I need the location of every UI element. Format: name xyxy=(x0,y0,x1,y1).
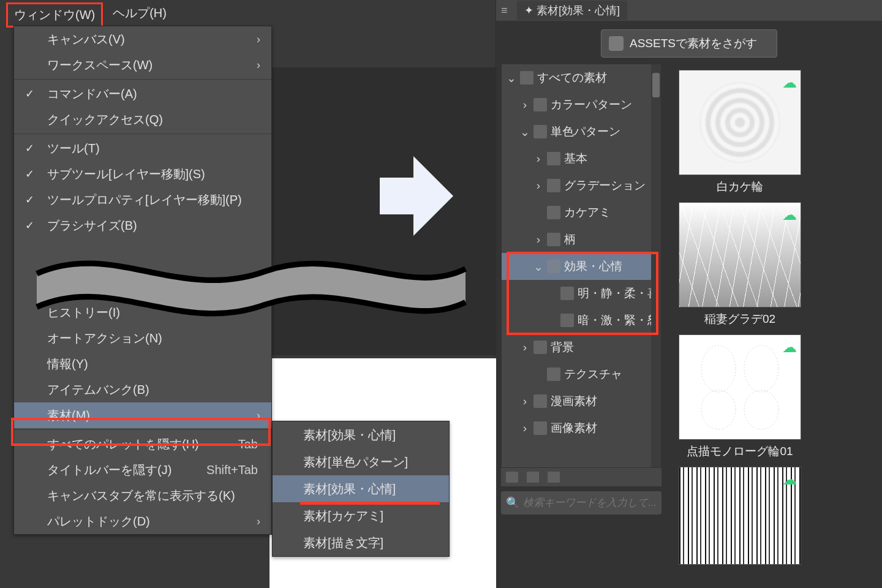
duplicate-folder-icon[interactable] xyxy=(527,472,539,483)
page-icon xyxy=(533,394,547,408)
cloud-download-icon[interactable]: ☁ xyxy=(782,206,797,224)
image-icon xyxy=(533,421,547,435)
tree-manga[interactable]: ›漫画素材 xyxy=(502,388,661,415)
sparkle-icon xyxy=(547,260,560,273)
material-tree: ⌄すべての素材 ›カラーパターン ⌄単色パターン ›基本 ›グラデーション カケ… xyxy=(501,64,662,468)
chevron-right-icon: › xyxy=(520,394,530,408)
assets-search-button[interactable]: ASSETSで素材をさがす xyxy=(601,29,777,58)
menu-item-autoaction[interactable]: オートアクション(N) xyxy=(14,325,271,351)
menu-item-info[interactable]: 情報(Y) xyxy=(14,351,271,377)
diamond-icon xyxy=(547,152,560,165)
menu-item-brushsize[interactable]: ✓ブラシサイズ(B) xyxy=(14,213,271,238)
menu-item-hidetitle[interactable]: タイトルバーを隠す(J)Shift+Tab xyxy=(14,457,271,483)
cloud-download-icon[interactable]: ☁ xyxy=(782,339,797,356)
chevron-right-icon: › xyxy=(533,179,543,192)
svg-point-1 xyxy=(744,345,778,392)
tree-all-materials[interactable]: ⌄すべての素材 xyxy=(502,64,661,91)
material-thumbnails: ☁ 白カケ輪 ☁ 稲妻グラデ02 ☁ 点描モノローグ輪01 xyxy=(674,64,882,565)
thumb-preview: ☁ xyxy=(679,70,801,175)
tree-haikei[interactable]: ›背景 xyxy=(502,334,661,361)
thumb-label: 点描モノローグ輪01 xyxy=(679,440,801,462)
submenu-item-c[interactable]: 素材[効果・心情] xyxy=(273,475,449,502)
tree-gradation[interactable]: ›グラデーション xyxy=(502,172,661,199)
material-palette: ≡ ✦ 素材[効果・心情] ASSETSで素材をさがす ⌄すべての素材 ›カラー… xyxy=(496,0,882,588)
svg-point-0 xyxy=(701,345,736,392)
cloud-download-icon[interactable]: ☁ xyxy=(782,74,797,91)
window-menu-dropdown: キャンバス(V)› ワークスペース(W)› ✓コマンドバー(A) クイックアクセ… xyxy=(13,26,272,535)
assets-icon xyxy=(609,36,624,51)
menu-window[interactable]: ウィンドウ(W) xyxy=(6,2,103,28)
thumb-item[interactable]: ☁ 稲妻グラデ02 xyxy=(679,202,801,330)
chevron-right-icon: › xyxy=(257,515,260,528)
menu-item-tool[interactable]: ✓ツール(T) xyxy=(14,135,271,161)
tree-mei-sei[interactable]: 明・静・柔・喜 xyxy=(502,280,661,307)
menu-item-quickaccess[interactable]: クイックアクセス(Q) xyxy=(14,107,271,132)
gradient-icon xyxy=(547,179,560,192)
thumb-item[interactable]: ☁ 点描モノローグ輪01 xyxy=(679,334,801,462)
check-icon: ✓ xyxy=(25,219,34,232)
tree-kouka-shinjou[interactable]: ⌄効果・心情 xyxy=(502,253,661,280)
svg-point-3 xyxy=(744,390,778,429)
scissors-icon xyxy=(533,125,547,138)
cloud-download-icon[interactable]: ☁ xyxy=(782,471,797,488)
tree-an-geki[interactable]: 暗・激・緊・怒 xyxy=(502,307,661,334)
menu-help[interactable]: ヘルプ(H) xyxy=(107,2,173,28)
tree-color-pattern[interactable]: ›カラーパターン xyxy=(502,91,661,118)
check-icon: ✓ xyxy=(25,193,34,206)
menu-item-material[interactable]: 素材(M)› xyxy=(14,402,271,428)
tree-gara[interactable]: ›柄 xyxy=(502,226,661,253)
check-icon: ✓ xyxy=(25,141,34,155)
menu-item-commandbar[interactable]: ✓コマンドバー(A) xyxy=(14,81,271,107)
palette-tab[interactable]: ✦ 素材[効果・心情] xyxy=(517,1,627,20)
tree-kakeami[interactable]: カケアミ xyxy=(502,199,661,226)
chevron-right-icon: › xyxy=(520,98,530,111)
thumb-item[interactable]: ☁ 白カケ輪 xyxy=(679,70,801,197)
submenu-item-b[interactable]: 素材[単色パターン] xyxy=(273,448,449,475)
material-submenu: 素材[効果・心情] 素材[単色パターン] 素材[効果・心情] 素材[カケアミ] … xyxy=(272,421,450,557)
menu-item-palettedock[interactable]: パレットドック(D)› xyxy=(14,508,271,534)
menu-item-canvas[interactable]: キャンバス(V)› xyxy=(14,26,271,52)
thumb-preview: ☁ xyxy=(679,202,801,307)
thumb-item[interactable]: ☁ xyxy=(679,467,801,565)
svg-point-2 xyxy=(701,390,736,429)
delete-folder-icon[interactable] xyxy=(548,472,560,483)
menu-item-hideall[interactable]: すべてのパレットを隠す(H)Tab xyxy=(14,431,271,457)
submenu-item-a[interactable]: 素材[効果・心情] xyxy=(273,421,449,448)
menu-item-toolprop[interactable]: ✓ツールプロパティ[レイヤー移動](P) xyxy=(14,187,271,213)
big-arrow-right-icon xyxy=(380,153,453,239)
tree-texture[interactable]: テクスチャ xyxy=(502,361,661,388)
tree-footer xyxy=(501,468,662,486)
menu-item-workspace[interactable]: ワークスペース(W)› xyxy=(14,52,271,78)
pattern-icon xyxy=(547,233,560,246)
submenu-item-e[interactable]: 素材[描き文字] xyxy=(273,529,449,556)
scissors-icon xyxy=(533,98,547,111)
submenu-item-d[interactable]: 素材[カケアミ] xyxy=(273,502,449,529)
scrollbar-thumb[interactable] xyxy=(652,73,660,97)
thumb-preview: ☁ xyxy=(679,467,801,565)
material-search[interactable]: 🔍 xyxy=(501,491,662,514)
menu-item-canvastab[interactable]: キャンバスタブを常に表示する(K) xyxy=(14,483,271,508)
tree-mono-pattern[interactable]: ⌄単色パターン xyxy=(502,118,661,145)
chevron-down-icon: ⌄ xyxy=(520,125,530,139)
menu-item-subtool[interactable]: ✓サブツール[レイヤー移動](S) xyxy=(14,161,271,187)
grid-icon xyxy=(520,71,533,85)
menu-item-itembank[interactable]: アイテムバンク(B) xyxy=(14,377,271,402)
tree-basic[interactable]: ›基本 xyxy=(502,145,661,172)
chevron-right-icon: › xyxy=(533,152,543,165)
menu-item-history[interactable]: ヒストリー(I) xyxy=(14,300,271,325)
texture-icon xyxy=(547,368,560,381)
thumb-label: 白カケ輪 xyxy=(679,175,801,197)
sparkle-icon: ✦ xyxy=(524,4,537,17)
chevron-right-icon: › xyxy=(257,59,260,72)
search-input[interactable] xyxy=(523,497,657,509)
thumb-label: 稲妻グラデ02 xyxy=(679,307,801,330)
chevron-down-icon: ⌄ xyxy=(533,260,543,274)
new-folder-icon[interactable] xyxy=(506,472,518,483)
tree-scrollbar[interactable] xyxy=(651,64,661,467)
thumb-preview: ☁ xyxy=(679,334,801,440)
tree-gazou[interactable]: ›画像素材 xyxy=(502,415,661,442)
chevron-right-icon: › xyxy=(520,341,530,354)
check-icon: ✓ xyxy=(25,167,34,181)
palette-titlebar[interactable]: ≡ ✦ 素材[効果・心情] xyxy=(496,0,882,21)
chevron-right-icon: › xyxy=(533,233,543,246)
